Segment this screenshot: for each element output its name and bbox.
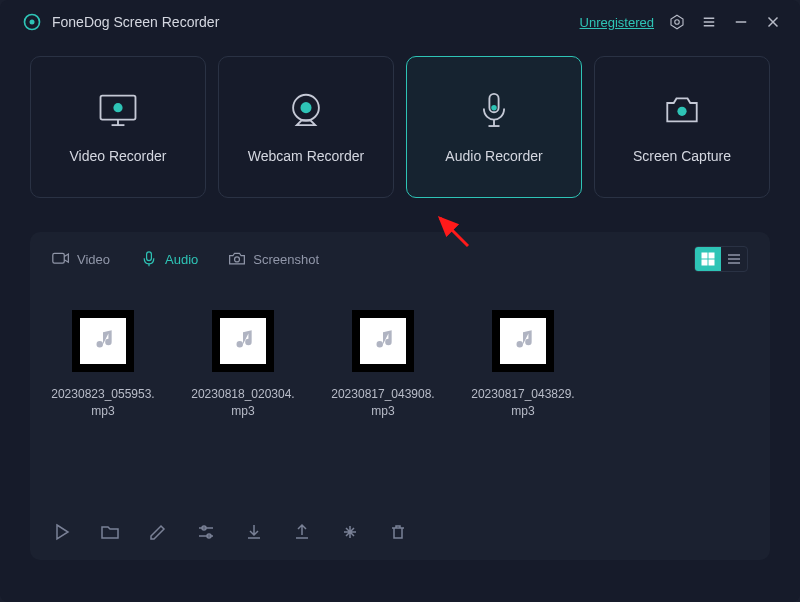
tab-screenshot[interactable]: Screenshot	[228, 251, 319, 267]
play-icon[interactable]	[52, 522, 72, 542]
sliders-icon[interactable]	[196, 522, 216, 542]
monitor-record-icon	[95, 90, 141, 130]
app-window: FoneDog Screen Recorder Unregistered	[0, 0, 800, 602]
svg-rect-23	[147, 252, 152, 261]
svg-point-20	[677, 106, 686, 115]
file-thumbnail	[212, 310, 274, 372]
tabs-left: Video Audio Screenshot	[52, 251, 319, 267]
download-icon[interactable]	[244, 522, 264, 542]
action-bar	[30, 522, 770, 560]
file-item[interactable]: 20230817_043829.mp3	[470, 310, 576, 421]
file-grid: 20230823_055953.mp3 20230818_020304.mp3 …	[30, 282, 770, 522]
mode-video-recorder[interactable]: Video Recorder	[30, 56, 206, 198]
microphone-icon	[471, 90, 517, 130]
grid-view-button[interactable]	[695, 247, 721, 271]
mode-label: Video Recorder	[69, 148, 166, 164]
title-right: Unregistered	[580, 13, 782, 31]
mode-webcam-recorder[interactable]: Webcam Recorder	[218, 56, 394, 198]
svg-rect-27	[709, 253, 714, 258]
close-icon[interactable]	[764, 13, 782, 31]
file-item[interactable]: 20230823_055953.mp3	[50, 310, 156, 421]
app-title: FoneDog Screen Recorder	[52, 14, 219, 30]
menu-icon[interactable]	[700, 13, 718, 31]
webcam-icon	[283, 90, 329, 130]
file-thumbnail	[492, 310, 554, 372]
music-note-icon	[510, 328, 536, 354]
tab-label: Audio	[165, 252, 198, 267]
list-view-button[interactable]	[721, 247, 747, 271]
app-logo-icon	[22, 12, 42, 32]
share-icon[interactable]	[292, 522, 312, 542]
tab-label: Screenshot	[253, 252, 319, 267]
svg-point-17	[491, 104, 497, 110]
svg-point-15	[300, 102, 311, 113]
file-item[interactable]: 20230817_043908.mp3	[330, 310, 436, 421]
file-name: 20230817_043829.mp3	[470, 386, 576, 421]
unregistered-link[interactable]: Unregistered	[580, 15, 654, 30]
mode-audio-recorder[interactable]: Audio Recorder	[406, 56, 582, 198]
folder-icon[interactable]	[100, 522, 120, 542]
tab-video[interactable]: Video	[52, 251, 110, 267]
svg-marker-2	[671, 15, 683, 29]
music-note-icon	[230, 328, 256, 354]
minimize-icon[interactable]	[732, 13, 750, 31]
file-thumbnail	[352, 310, 414, 372]
view-toggles	[694, 246, 748, 272]
svg-point-11	[113, 103, 122, 112]
file-item[interactable]: 20230818_020304.mp3	[190, 310, 296, 421]
mode-label: Audio Recorder	[445, 148, 542, 164]
trash-icon[interactable]	[388, 522, 408, 542]
library-panel: Video Audio Screenshot	[30, 232, 770, 560]
title-left: FoneDog Screen Recorder	[22, 12, 219, 32]
camera-icon	[659, 90, 705, 130]
svg-point-3	[675, 20, 680, 25]
svg-rect-22	[53, 253, 64, 263]
music-note-icon	[370, 328, 396, 354]
mode-label: Screen Capture	[633, 148, 731, 164]
title-bar: FoneDog Screen Recorder Unregistered	[0, 0, 800, 44]
tab-audio[interactable]: Audio	[140, 251, 198, 267]
svg-point-1	[30, 20, 35, 25]
file-name: 20230817_043908.mp3	[330, 386, 436, 421]
music-note-icon	[90, 328, 116, 354]
tab-label: Video	[77, 252, 110, 267]
svg-rect-28	[702, 260, 707, 265]
file-thumbnail	[72, 310, 134, 372]
mode-cards: Video Recorder Webcam Recorder	[0, 44, 800, 198]
edit-icon[interactable]	[148, 522, 168, 542]
mode-label: Webcam Recorder	[248, 148, 364, 164]
file-name: 20230818_020304.mp3	[190, 386, 296, 421]
svg-rect-26	[702, 253, 707, 258]
settings-icon[interactable]	[668, 13, 686, 31]
svg-rect-29	[709, 260, 714, 265]
convert-icon[interactable]	[340, 522, 360, 542]
mode-screen-capture[interactable]: Screen Capture	[594, 56, 770, 198]
svg-point-25	[235, 257, 240, 262]
library-tabs: Video Audio Screenshot	[30, 232, 770, 282]
file-name: 20230823_055953.mp3	[50, 386, 156, 421]
